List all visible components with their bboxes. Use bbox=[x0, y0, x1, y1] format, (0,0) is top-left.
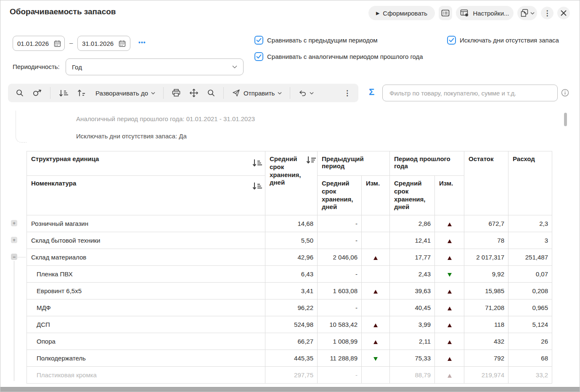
toolbar-more-button[interactable]: ⋮ bbox=[341, 87, 353, 100]
trend-cell[interactable] bbox=[362, 316, 390, 333]
header-nomenclature[interactable]: Номенклатура bbox=[27, 176, 265, 215]
value-cell[interactable]: - bbox=[318, 299, 362, 316]
table-row[interactable]: Пластиковая кромка297,75-88,79219,97433,… bbox=[27, 367, 552, 384]
date-to-field[interactable] bbox=[77, 36, 130, 51]
expand-row-button[interactable]: + bbox=[11, 237, 17, 243]
value-cell[interactable]: 1 603,08 bbox=[318, 283, 362, 299]
print-button[interactable] bbox=[169, 87, 183, 99]
value-cell[interactable]: 78 bbox=[464, 232, 508, 249]
value-cell[interactable]: 75,33 bbox=[390, 350, 435, 367]
value-cell[interactable]: 10 583,42 bbox=[318, 316, 362, 333]
value-cell[interactable]: 12,41 bbox=[390, 232, 435, 249]
calendar-icon[interactable] bbox=[54, 40, 61, 47]
value-cell[interactable]: 297,75 bbox=[265, 367, 318, 384]
trend-cell[interactable] bbox=[362, 266, 390, 283]
row-name-cell[interactable]: Полкодержатель bbox=[27, 350, 265, 367]
value-cell[interactable]: 11 288,89 bbox=[318, 350, 362, 367]
header-balance[interactable]: Остаток bbox=[464, 151, 508, 215]
value-cell[interactable]: 40,45 bbox=[390, 299, 435, 316]
header-ly-avg-storage[interactable]: Средний срок хранения, дней bbox=[390, 176, 435, 215]
row-name-cell[interactable]: Склад бытовой техники bbox=[27, 232, 265, 249]
value-cell[interactable]: 71,208 bbox=[464, 299, 508, 316]
collapse-row-button[interactable]: − bbox=[11, 254, 17, 260]
value-cell[interactable]: 3 bbox=[508, 232, 552, 249]
header-previous-period[interactable]: Предыдущий период bbox=[318, 151, 390, 176]
value-cell[interactable]: 0,07 bbox=[508, 266, 552, 283]
expand-all-button[interactable] bbox=[56, 87, 71, 99]
value-cell[interactable]: 5,124 bbox=[508, 316, 552, 333]
value-cell[interactable]: 26 bbox=[508, 333, 552, 350]
table-row[interactable]: Опора66,271 008,992,1143226 bbox=[27, 333, 552, 350]
send-button[interactable]: Отправить bbox=[229, 87, 284, 99]
periodicity-select[interactable]: Год bbox=[66, 58, 244, 75]
value-cell[interactable]: 2 017,317 bbox=[464, 249, 508, 266]
value-cell[interactable]: 1 008,99 bbox=[318, 333, 362, 350]
row-name-cell[interactable]: Евровинт 6,5х5 bbox=[27, 283, 265, 299]
quick-filter-field[interactable] bbox=[382, 85, 558, 101]
search-next-button[interactable] bbox=[30, 87, 45, 99]
value-cell[interactable]: 2,86 bbox=[390, 215, 435, 232]
trend-cell[interactable] bbox=[435, 367, 464, 384]
trend-cell[interactable] bbox=[435, 316, 464, 333]
expand-to-button[interactable]: Разворачивать до bbox=[93, 87, 158, 99]
date-options-button[interactable]: ••• bbox=[136, 39, 148, 46]
trend-cell[interactable] bbox=[435, 350, 464, 367]
trend-cell[interactable] bbox=[435, 232, 464, 249]
value-cell[interactable]: 2 046,06 bbox=[318, 249, 362, 266]
generate-button[interactable]: ▶ Сформировать bbox=[368, 6, 435, 20]
value-cell[interactable]: 96,22 bbox=[265, 299, 318, 316]
value-cell[interactable]: - bbox=[318, 367, 362, 384]
value-cell[interactable]: - bbox=[318, 232, 362, 249]
trend-cell[interactable] bbox=[362, 232, 390, 249]
date-from-field[interactable] bbox=[13, 36, 65, 51]
value-cell[interactable]: 5,50 bbox=[265, 232, 318, 249]
compare-last-year-checkbox[interactable]: Сравнивать с аналогичным периодом прошло… bbox=[254, 52, 423, 61]
sum-totals-button[interactable]: Σ bbox=[366, 86, 377, 98]
trend-cell[interactable] bbox=[362, 350, 390, 367]
value-cell[interactable]: 6,43 bbox=[265, 266, 318, 283]
header-avg-storage-days[interactable]: Средний срок хранения, дней bbox=[265, 151, 318, 215]
value-cell[interactable]: 792 bbox=[464, 350, 508, 367]
quick-filter-input[interactable] bbox=[389, 89, 551, 97]
value-cell[interactable]: 3,41 bbox=[265, 283, 318, 299]
trend-cell[interactable] bbox=[362, 249, 390, 266]
sort-desc-icon[interactable] bbox=[305, 156, 316, 164]
value-cell[interactable]: 14,68 bbox=[265, 215, 318, 232]
table-row[interactable]: Евровинт 6,5х53,411 603,0839,6315,9850,2… bbox=[27, 283, 552, 299]
collapse-all-button[interactable] bbox=[74, 87, 90, 99]
header-prev-change[interactable]: Изм. bbox=[362, 176, 390, 215]
value-cell[interactable]: 2,43 bbox=[390, 266, 435, 283]
trend-cell[interactable] bbox=[362, 333, 390, 350]
sort-asc-icon[interactable] bbox=[252, 182, 262, 191]
table-row[interactable]: Полкодержатель445,3511 288,8975,3379268 bbox=[27, 350, 552, 367]
trend-cell[interactable] bbox=[362, 299, 390, 316]
header-expense[interactable]: Расход bbox=[508, 151, 552, 215]
trend-cell[interactable] bbox=[435, 283, 464, 299]
horizontal-scrollbar[interactable] bbox=[0, 387, 580, 392]
value-cell[interactable]: 445,35 bbox=[265, 350, 318, 367]
table-row[interactable]: Розничный магазин14,68-2,86672,72,3 bbox=[27, 215, 552, 232]
trend-cell[interactable] bbox=[362, 283, 390, 299]
table-row[interactable]: Склад бытовой техники5,50-12,41783 bbox=[27, 232, 552, 249]
value-cell[interactable]: 17,77 bbox=[390, 249, 435, 266]
value-cell[interactable]: 15,985 bbox=[464, 283, 508, 299]
trend-cell[interactable] bbox=[362, 215, 390, 232]
compare-prev-period-checkbox[interactable]: Сравнивать с предыдущим периодом bbox=[254, 36, 378, 45]
value-cell[interactable]: 68 bbox=[508, 350, 552, 367]
value-cell[interactable]: 0,208 bbox=[508, 283, 552, 299]
value-cell[interactable]: - bbox=[318, 215, 362, 232]
date-to-input[interactable] bbox=[82, 40, 116, 47]
trend-cell[interactable] bbox=[435, 266, 464, 283]
table-row[interactable]: ДСП524,9810 583,423,991185,124 bbox=[27, 316, 552, 333]
value-cell[interactable]: - bbox=[318, 266, 362, 283]
row-name-cell[interactable]: Розничный магазин bbox=[27, 215, 265, 232]
row-name-cell[interactable]: ДСП bbox=[27, 316, 265, 333]
header-last-year-period[interactable]: Период прошлого года bbox=[390, 151, 464, 176]
value-cell[interactable]: 0,965 bbox=[508, 299, 552, 316]
trend-cell[interactable] bbox=[435, 333, 464, 350]
header-structural-unit[interactable]: Структурная единица bbox=[27, 151, 265, 176]
value-cell[interactable]: 66,27 bbox=[265, 333, 318, 350]
value-cell[interactable]: 2,11 bbox=[390, 333, 435, 350]
value-cell[interactable]: 432 bbox=[464, 333, 508, 350]
vertical-scrollbar-thumb[interactable] bbox=[564, 113, 567, 126]
